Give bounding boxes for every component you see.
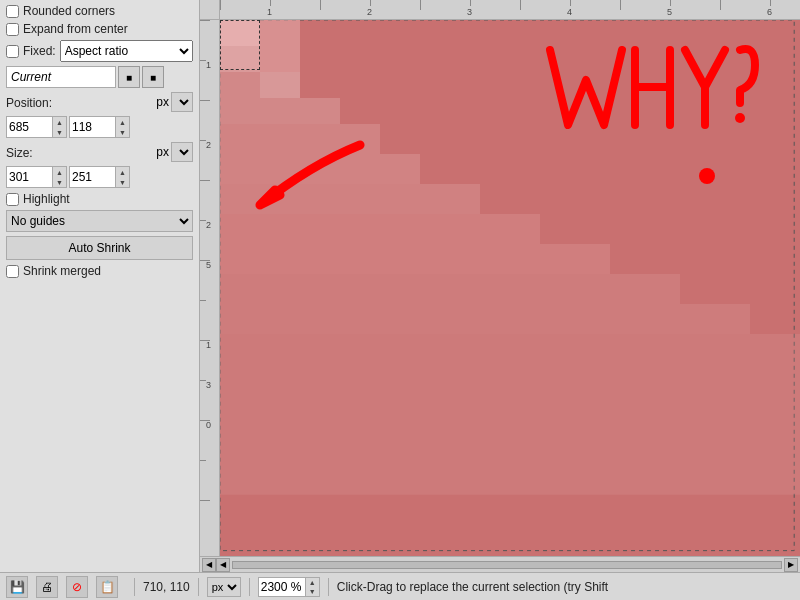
- position-x-arrows: ▲ ▼: [52, 117, 66, 137]
- svg-rect-11: [220, 244, 610, 274]
- expand-from-center-label: Expand from center: [23, 22, 128, 36]
- position-label-row: Position: px px: [6, 92, 193, 112]
- size-px-label: px: [156, 145, 169, 159]
- status-bar: 💾 🖨 ⊘ 📋 710, 110 px ▲ ▼ Click-Drag to re…: [0, 572, 800, 600]
- selection-box: [220, 20, 260, 70]
- fixed-row: Fixed: Aspect ratio: [6, 40, 193, 62]
- canvas-area: 123456 1225130: [200, 0, 800, 572]
- shrink-merged-label: Shrink merged: [23, 264, 101, 278]
- bottom-scrollbar: ◀ ◀ ▶: [200, 556, 800, 572]
- shrink-merged-checkbox[interactable]: [6, 265, 19, 278]
- status-icons-group: 💾 🖨 ⊘ 📋: [6, 576, 118, 598]
- status-icon-print[interactable]: 🖨: [36, 576, 58, 598]
- size-label-row: Size: px px: [6, 142, 193, 162]
- svg-rect-14: [220, 334, 800, 495]
- rounded-corners-row: Rounded corners: [6, 4, 193, 18]
- status-icon-save[interactable]: 💾: [6, 576, 28, 598]
- scroll-left2-button[interactable]: ◀: [216, 558, 230, 572]
- zoom-up[interactable]: ▲: [306, 578, 319, 587]
- canvas-viewport[interactable]: [220, 20, 800, 556]
- current-input-row: ■ ■: [6, 66, 193, 88]
- zoom-spinbox: ▲ ▼: [258, 577, 320, 597]
- scroll-right-button[interactable]: ▶: [784, 558, 798, 572]
- status-divider2: [198, 578, 199, 596]
- size-w-up[interactable]: ▲: [53, 167, 66, 177]
- position-values-row: ▲ ▼ ▲ ▼: [6, 116, 193, 138]
- highlight-checkbox[interactable]: [6, 193, 19, 206]
- expand-from-center-checkbox[interactable]: [6, 23, 19, 36]
- position-y-up[interactable]: ▲: [116, 117, 129, 127]
- position-y-input[interactable]: [70, 117, 115, 137]
- expand-from-center-row: Expand from center: [6, 22, 193, 36]
- fixed-checkbox[interactable]: [6, 45, 19, 58]
- guides-row: No guides: [6, 210, 193, 232]
- content-row: 1225130: [200, 20, 800, 556]
- main-area: Rounded corners Expand from center Fixed…: [0, 0, 800, 572]
- status-icon-clipboard[interactable]: 📋: [96, 576, 118, 598]
- zoom-input[interactable]: [259, 578, 305, 596]
- position-x-up[interactable]: ▲: [53, 117, 66, 127]
- horizontal-ruler: 123456: [220, 0, 800, 20]
- size-label: Size:: [6, 146, 33, 160]
- zoom-down[interactable]: ▼: [306, 587, 319, 596]
- left-panel: Rounded corners Expand from center Fixed…: [0, 0, 200, 572]
- zoom-arrows: ▲ ▼: [305, 578, 319, 596]
- position-y-spinbox: ▲ ▼: [69, 116, 130, 138]
- guides-select[interactable]: No guides: [6, 210, 193, 232]
- status-divider1: [134, 578, 135, 596]
- position-px-label: px: [156, 95, 169, 109]
- size-h-input[interactable]: [70, 167, 115, 187]
- auto-shrink-button[interactable]: Auto Shrink: [6, 236, 193, 260]
- position-unit-select[interactable]: px: [171, 92, 193, 112]
- svg-rect-7: [220, 124, 380, 154]
- position-y-down[interactable]: ▼: [116, 127, 129, 137]
- size-h-up[interactable]: ▲: [116, 167, 129, 177]
- scroll-track[interactable]: [232, 561, 782, 569]
- shrink-merged-row: Shrink merged: [6, 264, 193, 278]
- size-h-down[interactable]: ▼: [116, 177, 129, 187]
- image-area: [220, 20, 800, 556]
- rounded-corners-label: Rounded corners: [23, 4, 115, 18]
- status-divider3: [249, 578, 250, 596]
- current-text-input[interactable]: [6, 66, 116, 88]
- size-values-row: ▲ ▼ ▲ ▼: [6, 166, 193, 188]
- svg-rect-13: [220, 304, 750, 334]
- size-w-spinbox: ▲ ▼: [6, 166, 67, 188]
- size-h-spinbox: ▲ ▼: [69, 166, 130, 188]
- status-message: Click-Drag to replace the current select…: [337, 580, 794, 594]
- size-unit-select[interactable]: px: [171, 142, 193, 162]
- size-unit-row: px px: [156, 142, 193, 162]
- size-w-input[interactable]: [7, 167, 52, 187]
- ruler-top-row: 123456: [200, 0, 800, 20]
- current-btn1[interactable]: ■: [118, 66, 140, 88]
- current-btn2[interactable]: ■: [142, 66, 164, 88]
- position-x-input[interactable]: [7, 117, 52, 137]
- position-y-arrows: ▲ ▼: [115, 117, 129, 137]
- status-unit-select[interactable]: px: [207, 577, 241, 597]
- highlight-row: Highlight: [6, 192, 193, 206]
- ruler-corner: [200, 0, 220, 20]
- svg-rect-9: [220, 184, 480, 214]
- position-unit-row: px px: [156, 92, 193, 112]
- size-w-down[interactable]: ▼: [53, 177, 66, 187]
- svg-rect-5: [260, 72, 300, 98]
- svg-rect-8: [220, 154, 420, 184]
- status-coords: 710, 110: [143, 580, 190, 594]
- highlight-label: Highlight: [23, 192, 70, 206]
- rounded-corners-checkbox[interactable]: [6, 5, 19, 18]
- svg-rect-6: [220, 98, 340, 124]
- status-divider4: [328, 578, 329, 596]
- vertical-ruler: 1225130: [200, 20, 220, 556]
- size-w-arrows: ▲ ▼: [52, 167, 66, 187]
- position-x-spinbox: ▲ ▼: [6, 116, 67, 138]
- fixed-select[interactable]: Aspect ratio: [60, 40, 193, 62]
- position-x-down[interactable]: ▼: [53, 127, 66, 137]
- svg-rect-10: [220, 214, 540, 244]
- svg-rect-12: [220, 274, 680, 304]
- size-h-arrows: ▲ ▼: [115, 167, 129, 187]
- scroll-left-button[interactable]: ◀: [202, 558, 216, 572]
- position-label: Position:: [6, 96, 52, 110]
- auto-shrink-row: Auto Shrink: [6, 236, 193, 260]
- fixed-label: Fixed:: [23, 44, 56, 58]
- status-icon-cancel[interactable]: ⊘: [66, 576, 88, 598]
